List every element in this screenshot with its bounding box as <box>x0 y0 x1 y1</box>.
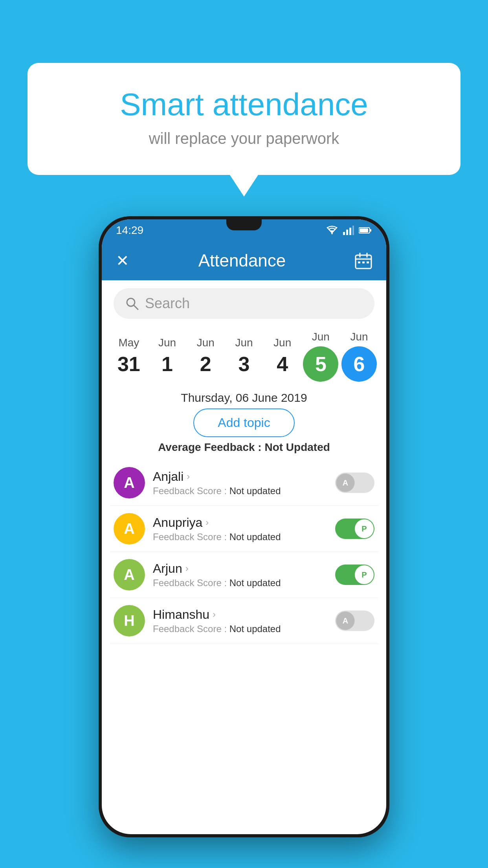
search-icon <box>125 297 139 310</box>
feedback-arjun: Feedback Score : Not updated <box>153 577 327 588</box>
app-bar: ✕ Attendance <box>102 241 386 280</box>
student-list: A Anjali › Feedback Score : Not updated … <box>102 460 386 644</box>
feedback-anjali: Feedback Score : Not updated <box>153 485 327 497</box>
date-circle-jun6: 6 <box>341 346 377 382</box>
student-item-anjali[interactable]: A Anjali › Feedback Score : Not updated … <box>110 460 378 506</box>
toggle-anupriya[interactable]: P <box>335 519 374 539</box>
student-item-anupriya[interactable]: A Anupriya › Feedback Score : Not update… <box>110 506 378 552</box>
avatar-anjali: A <box>114 467 145 498</box>
avg-feedback: Average Feedback : Not Updated <box>102 441 386 454</box>
search-bar[interactable]: Search <box>114 288 374 319</box>
date-item-may31[interactable]: May 31 <box>111 337 147 376</box>
date-item-jun5[interactable]: Jun 5 <box>303 331 338 382</box>
svg-rect-7 <box>360 228 368 232</box>
svg-rect-1 <box>343 232 345 235</box>
signal-icon <box>343 226 354 235</box>
add-topic-button[interactable]: Add topic <box>193 408 294 437</box>
avatar-himanshu: H <box>114 605 145 636</box>
student-info-arjun: Arjun › Feedback Score : Not updated <box>153 561 327 588</box>
student-name-anupriya: Anupriya <box>153 515 202 530</box>
bubble-title: Smart attendance <box>59 86 429 123</box>
student-item-himanshu[interactable]: H Himanshu › Feedback Score : Not update… <box>110 598 378 644</box>
avatar-anupriya: A <box>114 513 145 544</box>
student-item-arjun[interactable]: A Arjun › Feedback Score : Not updated P <box>110 552 378 598</box>
selected-date: Thursday, 06 June 2019 <box>102 391 386 405</box>
date-item-jun6[interactable]: Jun 6 <box>341 331 377 382</box>
toggle-anjali[interactable]: A <box>335 473 374 493</box>
student-name-arjun: Arjun <box>153 561 182 576</box>
toggle-himanshu[interactable]: A <box>335 611 374 631</box>
chevron-icon: › <box>185 563 189 574</box>
svg-line-16 <box>134 305 138 309</box>
status-bar: 14:29 <box>102 219 386 241</box>
date-item-jun4[interactable]: Jun 4 <box>265 337 300 376</box>
date-strip: May 31 Jun 1 Jun 2 Jun 3 Jun 4 Jun <box>102 327 386 386</box>
chevron-icon: › <box>205 517 209 528</box>
svg-rect-6 <box>370 229 371 232</box>
bubble-subtitle: will replace your paperwork <box>59 130 429 147</box>
svg-rect-14 <box>367 261 369 263</box>
date-item-jun2[interactable]: Jun 2 <box>188 337 223 376</box>
svg-rect-4 <box>352 226 354 235</box>
speech-bubble: Smart attendance will replace your paper… <box>28 63 460 175</box>
battery-icon <box>359 227 372 234</box>
student-name-anjali: Anjali <box>153 469 183 484</box>
phone-frame: 14:29 <box>99 216 389 837</box>
svg-rect-2 <box>346 230 348 235</box>
toggle-arjun[interactable]: P <box>335 565 374 585</box>
close-button[interactable]: ✕ <box>116 252 129 270</box>
status-time: 14:29 <box>116 224 143 237</box>
phone-screen: 14:29 <box>102 219 386 834</box>
avatar-arjun: A <box>114 559 145 590</box>
date-circle-jun5: 5 <box>303 346 338 382</box>
search-placeholder: Search <box>145 295 190 312</box>
svg-point-0 <box>331 233 333 234</box>
student-info-himanshu: Himanshu › Feedback Score : Not updated <box>153 607 327 634</box>
feedback-anupriya: Feedback Score : Not updated <box>153 531 327 542</box>
chevron-icon: › <box>213 609 216 620</box>
phone-notch <box>226 219 262 230</box>
calendar-icon[interactable] <box>355 252 372 269</box>
wifi-icon <box>326 226 338 235</box>
student-name-himanshu: Himanshu <box>153 607 209 622</box>
student-info-anupriya: Anupriya › Feedback Score : Not updated <box>153 515 327 542</box>
svg-rect-12 <box>358 261 360 263</box>
date-item-jun1[interactable]: Jun 1 <box>150 337 185 376</box>
status-icons <box>326 226 372 235</box>
svg-rect-3 <box>349 228 351 235</box>
chevron-icon: › <box>187 471 190 482</box>
student-info-anjali: Anjali › Feedback Score : Not updated <box>153 469 327 497</box>
avg-feedback-label: Average Feedback : <box>158 441 262 453</box>
feedback-himanshu: Feedback Score : Not updated <box>153 623 327 634</box>
svg-rect-13 <box>362 261 365 263</box>
date-item-jun3[interactable]: Jun 3 <box>226 337 262 376</box>
avg-feedback-value: Not Updated <box>264 441 330 453</box>
app-title: Attendance <box>141 251 343 270</box>
